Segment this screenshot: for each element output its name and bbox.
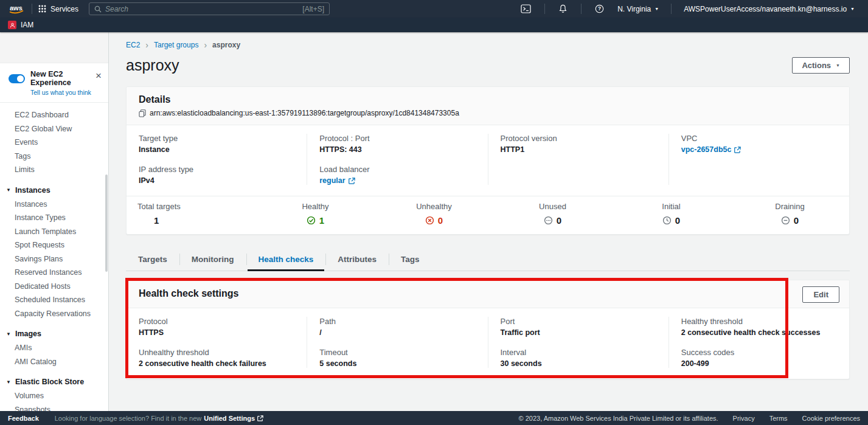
stat-unhealthy: Unhealthy 0 — [375, 202, 493, 226]
hc-healthy-threshold-value: 2 consecutive health check successes — [681, 328, 837, 337]
copy-icon[interactable] — [139, 109, 146, 117]
health-check-settings-title: Health check settings — [139, 288, 837, 299]
field-label: Load balancer — [319, 165, 475, 174]
sidebar-item[interactable]: Snapshots — [0, 403, 108, 412]
cloudshell-button[interactable] — [513, 4, 538, 13]
divider — [32, 4, 32, 14]
load-balancer-link[interactable]: regular — [319, 176, 355, 185]
sidebar-item[interactable]: Reserved Instances — [0, 266, 108, 280]
sidebar-item[interactable]: Launch Templates — [0, 225, 108, 239]
grid-icon — [38, 5, 46, 13]
tab-monitoring[interactable]: Monitoring — [179, 249, 246, 271]
sidebar-section-header[interactable]: ▼ Instances — [0, 183, 108, 198]
chevron-down-icon: ▼ — [654, 7, 659, 11]
iam-service-icon — [8, 21, 16, 29]
external-link-icon — [349, 178, 355, 184]
sidebar-section-ebs: ▼ Elastic Block Store Volumes Snapshots — [0, 375, 108, 411]
new-experience-toggle[interactable] — [9, 74, 25, 83]
health-check-card-header: Health check settings — [127, 280, 849, 308]
ip-address-type-value: IPv4 — [139, 176, 294, 185]
stat-initial: Initial 0 — [612, 202, 731, 226]
search-icon — [94, 5, 102, 13]
tab-tags[interactable]: Tags — [389, 249, 432, 271]
field-label: VPC — [681, 134, 837, 143]
sidebar-item[interactable]: AMIs — [0, 341, 108, 355]
stat-total-targets: Total targets 1 — [127, 202, 256, 226]
hc-unhealthy-threshold-value: 2 consecutive health check failures — [139, 359, 294, 368]
region-label: N. Virginia — [617, 5, 651, 13]
stat-draining: Draining 0 — [731, 202, 849, 226]
clock-icon — [662, 216, 672, 225]
section-label: Elastic Block Store — [15, 378, 84, 386]
hc-protocol-value: HTTPS — [139, 328, 294, 337]
language-selection-note: Looking for language selection? Find it … — [55, 415, 263, 422]
svg-text:aws: aws — [10, 4, 23, 12]
chevron-down-icon: ▼ — [850, 7, 855, 11]
vpc-link[interactable]: vpc-2657db5c — [681, 145, 741, 154]
health-check-grid: Protocol HTTPS Unhealthy threshold 2 con… — [127, 308, 849, 379]
stat-unused: Unused 0 — [493, 202, 612, 226]
notifications-bell-button[interactable] — [551, 4, 575, 13]
hc-interval-value: 30 seconds — [501, 359, 656, 368]
sidebar-item[interactable]: Capacity Reservations — [0, 307, 108, 321]
field-label: Success codes — [681, 348, 837, 357]
sidebar-item[interactable]: Events — [0, 136, 108, 150]
tab-health-checks[interactable]: Health checks — [246, 249, 326, 271]
sidebar-section-header[interactable]: ▼ Images — [0, 327, 108, 341]
external-link-icon — [734, 147, 741, 153]
top-navigation-bar: aws Services [Alt+S] — [0, 0, 868, 18]
sidebar-item[interactable]: Dedicated Hosts — [0, 280, 108, 294]
tell-us-link[interactable]: Tell us what you think — [30, 89, 101, 96]
hc-timeout-value: 5 seconds — [319, 359, 475, 368]
tab-targets[interactable]: Targets — [126, 249, 179, 271]
aws-logo[interactable]: aws — [7, 3, 26, 15]
breadcrumb-ec2[interactable]: EC2 — [126, 41, 140, 49]
edit-button[interactable]: Edit — [802, 286, 839, 303]
unified-settings-link[interactable]: Unified Settings — [204, 415, 263, 422]
new-experience-panel: New EC2 Experience Tell us what you thin… — [0, 63, 108, 103]
field-label: Unhealthy threshold — [139, 348, 294, 357]
sidebar-item[interactable]: Instances — [0, 198, 108, 212]
region-selector[interactable]: N. Virginia ▼ — [611, 5, 665, 13]
sidebar-item[interactable]: Limits — [0, 163, 108, 177]
help-button[interactable]: ? — [588, 4, 611, 13]
breadcrumb-target-groups[interactable]: Target groups — [154, 41, 198, 49]
iam-shortcut-link[interactable]: IAM — [21, 21, 33, 29]
feedback-button[interactable]: Feedback — [8, 415, 39, 422]
sidebar-scrollbar[interactable] — [105, 174, 108, 272]
target-stats-row: Total targets 1 Healthy 1 — [127, 196, 849, 234]
terms-link[interactable]: Terms — [769, 415, 788, 422]
cookie-preferences-link[interactable]: Cookie preferences — [802, 415, 860, 422]
global-search[interactable]: [Alt+S] — [89, 2, 330, 15]
services-menu-button[interactable]: Services — [38, 5, 78, 13]
account-label: AWSPowerUserAccess/navaneeth.kn@harness.… — [684, 5, 847, 13]
account-menu[interactable]: AWSPowerUserAccess/navaneeth.kn@harness.… — [678, 5, 861, 13]
field-label: Protocol : Port — [319, 134, 475, 143]
sidebar-item[interactable]: Scheduled Instances — [0, 293, 108, 307]
hc-port-value: Traffic port — [501, 328, 656, 337]
section-label: Instances — [15, 186, 50, 195]
divider — [581, 4, 582, 14]
sidebar-nav: EC2 Dashboard EC2 Global View Events Tag… — [0, 103, 108, 411]
minus-circle-icon — [781, 216, 790, 225]
field-label: Port — [501, 317, 656, 326]
sidebar-item[interactable]: EC2 Global View — [0, 122, 108, 136]
actions-button[interactable]: Actions ▼ — [792, 57, 850, 74]
svg-text:?: ? — [598, 5, 601, 12]
sidebar-item[interactable]: Savings Plans — [0, 252, 108, 266]
breadcrumb-separator-icon: › — [145, 41, 148, 49]
sidebar-item[interactable]: Volumes — [0, 389, 108, 403]
chevron-down-icon: ▼ — [6, 331, 11, 337]
details-title: Details — [139, 94, 837, 105]
sidebar-item[interactable]: AMI Catalog — [0, 355, 108, 369]
tab-attributes[interactable]: Attributes — [325, 249, 389, 271]
sidebar-item[interactable]: Instance Types — [0, 211, 108, 225]
close-icon[interactable]: × — [95, 71, 102, 81]
stat-healthy: Healthy 1 — [256, 202, 375, 226]
privacy-link[interactable]: Privacy — [733, 415, 755, 422]
sidebar-item[interactable]: EC2 Dashboard — [0, 108, 108, 122]
sidebar-section-header[interactable]: ▼ Elastic Block Store — [0, 375, 108, 389]
search-input[interactable] — [105, 5, 299, 13]
sidebar-item[interactable]: Tags — [0, 150, 108, 164]
sidebar-item[interactable]: Spot Requests — [0, 238, 108, 252]
